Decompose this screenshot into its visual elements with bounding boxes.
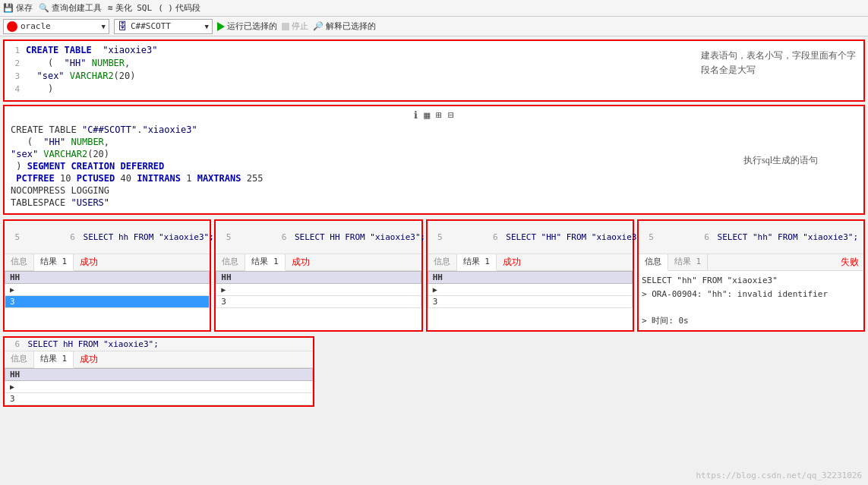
table-row: ▶ xyxy=(5,381,313,393)
tab-info-3[interactable]: 信息 xyxy=(428,254,457,270)
save-button[interactable]: 💾 保存 xyxy=(3,2,33,14)
tab-info-2[interactable]: 信息 xyxy=(216,254,245,270)
snippet-icon: ( ) xyxy=(158,3,173,13)
oracle-icon xyxy=(7,21,17,32)
stop-icon xyxy=(282,23,289,30)
save-icon: 💾 xyxy=(3,3,14,13)
oracle-label: oracle xyxy=(21,21,51,31)
sql-text-1: SELECT hh FROM "xiaoxie3"; xyxy=(78,232,214,242)
failure-label-4: 失败 xyxy=(839,254,860,270)
sql-text-4: SELECT "hh" FROM "xiaoxie3"; xyxy=(712,232,858,242)
query-tool-button[interactable]: 🔍 查询创建工具 xyxy=(39,2,102,14)
result-header-2: 5 6 SELECT HH FROM "xiaoxie3"; xyxy=(216,221,421,254)
table-row: 3 xyxy=(216,296,421,308)
snippet-button[interactable]: ( ) 代码段 xyxy=(158,2,200,14)
success-label-2: 成功 xyxy=(286,254,316,270)
oracle-dropdown[interactable]: oracle ▼ xyxy=(3,19,109,34)
sql-text-2: SELECT HH FROM "xiaoxie3"; xyxy=(289,232,425,242)
result-tabs-1: 信息 结果 1 成功 xyxy=(5,254,210,271)
tab-info-1[interactable]: 信息 xyxy=(5,254,34,270)
last-row: 6 SELECT hH FROM "xiaoxie3"; 信息 结果 1 成功 … xyxy=(3,336,865,407)
editor-annotation: 建表语句，表名小写，字段里面有个字段名全是大写 xyxy=(701,49,856,77)
line-num-3b: 6 xyxy=(486,232,498,242)
line-num-1a: 5 xyxy=(8,232,20,242)
beautify-button[interactable]: ≋ 美化 SQL xyxy=(108,2,152,14)
toolbar-bottom: oracle ▼ 🗄 C##SCOTT ▼ 运行已选择的 停止 🔎 解释已选择的 xyxy=(0,17,868,36)
success-label-1: 成功 xyxy=(74,254,104,270)
main-container: 1 2 3 4 CREATE TABLE "xiaoxie3" ( "HH" N… xyxy=(0,36,868,410)
db-icon: 🗄 xyxy=(118,20,128,32)
toolbar-top: 💾 保存 🔍 查询创建工具 ≋ 美化 SQL ( ) 代码段 xyxy=(0,0,868,17)
ddl-annotation: 执行sql生成的语句 xyxy=(743,153,818,166)
result-tabs-5: 信息 结果 1 成功 xyxy=(5,351,313,368)
tab-result-3[interactable]: 结果 1 xyxy=(457,254,497,271)
cell-value-5: 3 xyxy=(5,393,313,405)
table-row: 3 xyxy=(428,296,632,308)
grid-icon: ▦ xyxy=(424,109,430,121)
save-label: 保存 xyxy=(16,2,33,14)
result-table-5: HH ▶ 3 xyxy=(5,368,313,405)
result-panel-3: 5 6 SELECT "HH" FROM "xiaoxie3" 信息 结果 1 … xyxy=(426,219,634,332)
schema-dropdown[interactable]: 🗄 C##SCOTT ▼ xyxy=(114,19,213,34)
query-icon: 🔍 xyxy=(39,3,49,13)
tab-result-1[interactable]: 结果 1 xyxy=(34,254,74,271)
run-icon xyxy=(217,22,225,31)
result-tabs-3: 信息 结果 1 成功 xyxy=(428,254,633,271)
tab-result-5[interactable]: 结果 1 xyxy=(34,351,74,368)
bottom-row: 5 6 SELECT hh FROM "xiaoxie3"; 信息 结果 1 成… xyxy=(3,219,865,332)
tab-result-4[interactable]: 结果 1 xyxy=(668,254,708,270)
col-hh-3: HH xyxy=(428,272,632,284)
beautify-icon: ≋ xyxy=(108,3,113,13)
ddl-toolbar: ℹ ▦ ⊞ ⊟ xyxy=(11,109,857,121)
line-num-1b: 6 xyxy=(63,232,75,242)
sql-text-3: SELECT "HH" FROM "xiaoxie3" xyxy=(501,232,642,242)
result-header-4: 5 6 SELECT "hh" FROM "xiaoxie3"; xyxy=(639,221,863,254)
result-tabs-2: 信息 结果 1 成功 xyxy=(216,254,421,271)
table-row: ▶ xyxy=(5,284,210,296)
explain-button[interactable]: 🔎 解释已选择的 xyxy=(313,20,376,32)
ddl-result-panel: ℹ ▦ ⊞ ⊟ CREATE TABLE "C##SCOTT"."xiaoxie… xyxy=(3,105,865,215)
schema-arrow-icon: ▼ xyxy=(205,23,209,30)
result-table-3: HH ▶ 3 xyxy=(428,271,633,308)
tab-result-2[interactable]: 结果 1 xyxy=(245,254,285,271)
query-tool-label: 查询创建工具 xyxy=(52,2,102,14)
stop-button[interactable]: 停止 xyxy=(282,20,308,32)
result-panel-2: 5 6 SELECT HH FROM "xiaoxie3"; 信息 结果 1 成… xyxy=(214,219,422,332)
line-num-5: 6 xyxy=(8,339,20,349)
tab-info-4[interactable]: 信息 xyxy=(639,254,668,271)
beautify-label: 美化 SQL xyxy=(115,2,153,14)
cell-value-1: 3 xyxy=(5,296,210,308)
explain-icon: 🔎 xyxy=(313,21,324,31)
result-header-3: 5 6 SELECT "HH" FROM "xiaoxie3" xyxy=(428,221,633,254)
error-text-4: SELECT "hh" FROM "xiaoxie3" > ORA-00904:… xyxy=(639,271,863,330)
table-row: ▶ xyxy=(428,284,632,296)
ddl-code: CREATE TABLE "C##SCOTT"."xiaoxie3" ( "HH… xyxy=(11,124,857,209)
watermark: https://blog.csdn.net/qq_32231026 xyxy=(696,471,862,480)
col-hh-5: HH xyxy=(5,369,313,381)
sql-text-5: SELECT hH FROM "xiaoxie3"; xyxy=(23,339,159,349)
result-table-1: HH ▶ 3 xyxy=(5,271,210,308)
line-numbers: 1 2 3 4 xyxy=(8,44,26,96)
tab-info-5[interactable]: 信息 xyxy=(5,351,34,367)
result-panel-5: 6 SELECT hH FROM "xiaoxie3"; 信息 结果 1 成功 … xyxy=(3,336,314,407)
line-num-4a: 5 xyxy=(642,232,654,242)
result-header-5: 6 SELECT hH FROM "xiaoxie3"; xyxy=(5,338,313,351)
schema-label: C##SCOTT xyxy=(131,21,171,31)
split-icon: ⊟ xyxy=(448,109,454,121)
line-num-4b: 6 xyxy=(697,232,709,242)
sql-editor-panel: 1 2 3 4 CREATE TABLE "xiaoxie3" ( "HH" N… xyxy=(3,39,865,102)
run-button[interactable]: 运行已选择的 xyxy=(217,20,277,32)
line-num-2b: 6 xyxy=(274,232,286,242)
result-panel-1: 5 6 SELECT hh FROM "xiaoxie3"; 信息 结果 1 成… xyxy=(3,219,211,332)
oracle-arrow-icon: ▼ xyxy=(102,23,106,30)
cell-value-3: 3 xyxy=(428,296,632,308)
table-row[interactable]: 3 xyxy=(5,296,210,308)
explain-label: 解释已选择的 xyxy=(326,20,376,32)
line-num-2a: 5 xyxy=(219,232,231,242)
line-num-3a: 5 xyxy=(431,232,443,242)
info-icon: ℹ xyxy=(414,109,418,121)
result-header-1: 5 6 SELECT hh FROM "xiaoxie3"; xyxy=(5,221,210,254)
result-panel-4: 5 6 SELECT "hh" FROM "xiaoxie3"; 信息 结果 1… xyxy=(637,219,865,332)
result-tabs-4: 信息 结果 1 失败 xyxy=(639,254,863,271)
cell-value-2: 3 xyxy=(216,296,421,308)
